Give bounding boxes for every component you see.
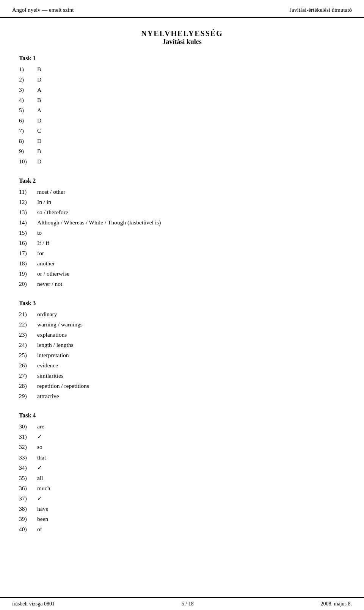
list-item: 6)D [19, 116, 345, 125]
item-number: 14) [19, 218, 37, 227]
task4-list: 30)are31)✓32)so33)that34)✓35)all36)much3… [19, 422, 345, 533]
task2-section: Task 2 11)most / other12)In / in13)so / … [19, 177, 345, 289]
item-value: never / not [37, 279, 62, 289]
center-title: NYELVHELYESSÉG Javítási kulcs [19, 29, 345, 46]
task4-section: Task 4 30)are31)✓32)so33)that34)✓35)all3… [19, 412, 345, 533]
item-value: ✓ [37, 463, 42, 472]
page-footer: írásbeli vizsga 0801 5 / 18 2008. május … [0, 597, 364, 610]
footer-right: 2008. május 8. [321, 601, 352, 607]
header-right: Javítási-értékelési útmutató [289, 7, 352, 13]
item-value: all [37, 474, 43, 483]
list-item: 35)all [19, 474, 345, 483]
item-value: so [37, 442, 42, 452]
item-number: 1) [19, 65, 37, 74]
list-item: 16)If / if [19, 238, 345, 248]
item-number: 3) [19, 85, 37, 94]
item-value: B [37, 96, 41, 105]
page-header: Angol nyelv — emelt szint Javítási-érték… [0, 0, 364, 18]
item-value: of [37, 525, 42, 534]
title-main: NYELVHELYESSÉG [19, 29, 345, 38]
list-item: 14)Although / Whereas / While / Though (… [19, 218, 345, 227]
item-number: 21) [19, 310, 37, 319]
item-value: A [37, 85, 41, 94]
item-value: If / if [37, 238, 49, 248]
task1-list: 1)B2)D3)A4)B5)A6)D7)C8)D9)B10)D [19, 65, 345, 166]
list-item: 26)evidence [19, 361, 345, 370]
item-number: 4) [19, 96, 37, 105]
item-value: attractive [37, 392, 59, 401]
list-item: 7)C [19, 126, 345, 135]
item-value: repetition / repetitions [37, 381, 89, 390]
item-value: are [37, 422, 44, 431]
item-number: 15) [19, 228, 37, 237]
item-value: C [37, 126, 41, 135]
item-value: for [37, 249, 44, 258]
footer-center: 5 / 18 [182, 601, 194, 607]
item-value: have [37, 504, 48, 513]
item-value: D [37, 136, 41, 146]
list-item: 40)of [19, 525, 345, 534]
item-number: 2) [19, 75, 37, 84]
list-item: 28)repetition / repetitions [19, 381, 345, 390]
task2-heading: Task 2 [19, 177, 345, 184]
item-number: 18) [19, 259, 37, 268]
list-item: 2)D [19, 75, 345, 84]
list-item: 32)so [19, 442, 345, 452]
item-number: 5) [19, 106, 37, 115]
item-number: 27) [19, 371, 37, 380]
item-value: In / in [37, 198, 51, 207]
list-item: 23)explanations [19, 330, 345, 339]
list-item: 19)or / otherwise [19, 269, 345, 278]
item-number: 35) [19, 474, 37, 483]
item-value: ordinary [37, 310, 57, 319]
item-number: 40) [19, 525, 37, 534]
list-item: 36)much [19, 484, 345, 493]
main-content: NYELVHELYESSÉG Javítási kulcs Task 1 1)B… [0, 18, 364, 576]
list-item: 27)similarities [19, 371, 345, 380]
item-value: or / otherwise [37, 269, 69, 278]
item-value: D [37, 75, 41, 84]
item-number: 20) [19, 279, 37, 289]
list-item: 25)interpretation [19, 351, 345, 360]
item-value: so / therefore [37, 208, 68, 217]
item-number: 25) [19, 351, 37, 360]
item-number: 22) [19, 320, 37, 329]
item-value: evidence [37, 361, 58, 370]
item-number: 24) [19, 340, 37, 350]
list-item: 17)for [19, 249, 345, 258]
item-number: 8) [19, 136, 37, 146]
list-item: 39)been [19, 514, 345, 524]
item-value: been [37, 514, 48, 524]
item-value: B [37, 147, 41, 156]
list-item: 15)to [19, 228, 345, 237]
list-item: 20)never / not [19, 279, 345, 289]
task4-heading: Task 4 [19, 412, 345, 419]
list-item: 13)so / therefore [19, 208, 345, 217]
list-item: 18)another [19, 259, 345, 268]
item-number: 19) [19, 269, 37, 278]
item-number: 37) [19, 494, 37, 503]
list-item: 3)A [19, 85, 345, 94]
task2-list: 11)most / other12)In / in13)so / therefo… [19, 187, 345, 289]
item-number: 26) [19, 361, 37, 370]
list-item: 8)D [19, 136, 345, 146]
list-item: 38)have [19, 504, 345, 513]
list-item: 5)A [19, 106, 345, 115]
item-number: 31) [19, 432, 37, 441]
item-value: another [37, 259, 55, 268]
list-item: 1)B [19, 65, 345, 74]
list-item: 29)attractive [19, 392, 345, 401]
list-item: 11)most / other [19, 187, 345, 196]
task3-section: Task 3 21)ordinary22)warning / warnings2… [19, 300, 345, 401]
item-value: explanations [37, 330, 67, 339]
item-value: that [37, 453, 46, 462]
task1-heading: Task 1 [19, 55, 345, 62]
list-item: 4)B [19, 96, 345, 105]
item-number: 29) [19, 392, 37, 401]
item-value: much [37, 484, 50, 493]
item-number: 16) [19, 238, 37, 248]
item-value: Although / Whereas / While / Though (kis… [37, 218, 161, 227]
list-item: 10)D [19, 157, 345, 166]
item-value: D [37, 157, 41, 166]
list-item: 30)are [19, 422, 345, 431]
